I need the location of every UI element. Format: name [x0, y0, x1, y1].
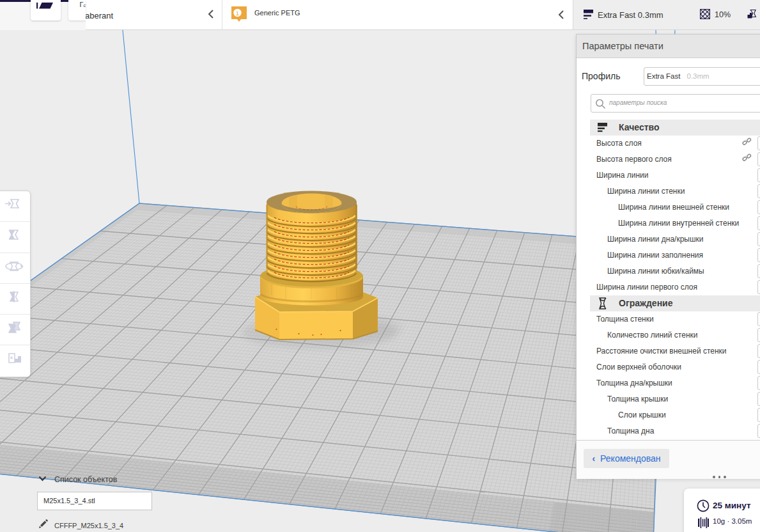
- svg-text:1: 1: [236, 10, 239, 17]
